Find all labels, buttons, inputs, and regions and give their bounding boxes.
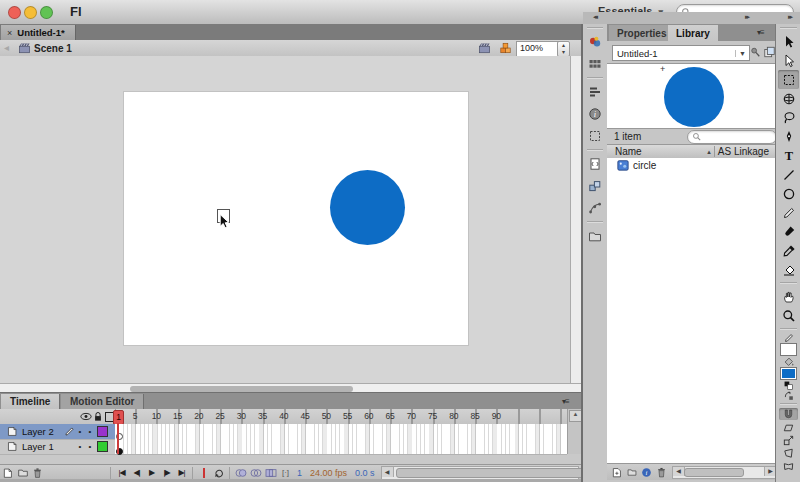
frame-rate-value[interactable]: 24.00 fps xyxy=(310,468,347,478)
library-document-select[interactable]: Untitled-1 ▼ xyxy=(612,45,750,61)
scrollbar-thumb[interactable] xyxy=(130,386,353,392)
collapse-panels-button[interactable]: ▸▸ xyxy=(745,13,748,21)
components-panel-button[interactable] xyxy=(585,176,605,196)
tab-library[interactable]: Library xyxy=(668,25,718,41)
color-panel-button[interactable] xyxy=(585,32,605,52)
brush-tool[interactable] xyxy=(778,222,799,241)
library-item-list[interactable]: circle xyxy=(607,158,775,463)
scroll-left-icon[interactable]: ◀ xyxy=(382,467,394,477)
fill-color-swatch[interactable] xyxy=(780,367,797,380)
layer-lock-dot[interactable]: • xyxy=(85,427,95,436)
free-transform-tool[interactable] xyxy=(778,70,799,89)
layer-outline-color-swatch[interactable] xyxy=(97,426,108,437)
expand-panels-button[interactable]: ◂◂ xyxy=(593,13,596,21)
new-layer-button[interactable] xyxy=(1,467,14,479)
zoom-stepper[interactable]: ▴▾ xyxy=(557,41,570,57)
lock-all-layers-icon[interactable] xyxy=(93,411,103,422)
layer-visibility-dot[interactable]: • xyxy=(75,442,85,451)
column-divider[interactable] xyxy=(714,146,715,157)
align-panel-button[interactable] xyxy=(585,82,605,102)
column-header-name[interactable]: Name xyxy=(615,146,642,157)
edit-symbols-button[interactable] xyxy=(499,42,512,54)
pin-library-icon[interactable] xyxy=(749,46,761,58)
stroke-pencil-icon[interactable] xyxy=(782,333,796,342)
timeline-frame-ruler[interactable]: 51015202530354045505560657075808590 xyxy=(115,409,568,424)
layer-frames-track[interactable] xyxy=(115,439,567,455)
playhead-line[interactable] xyxy=(117,423,119,454)
transform-panel-button[interactable] xyxy=(585,126,605,146)
column-header-as-linkage[interactable]: AS Linkage xyxy=(718,146,769,157)
rotate-skew-option[interactable] xyxy=(779,421,798,433)
info-panel-button[interactable]: i xyxy=(585,104,605,124)
fill-bucket-icon[interactable] xyxy=(782,357,796,366)
edit-scene-button[interactable] xyxy=(478,42,491,54)
motion-presets-panel-button[interactable] xyxy=(585,198,605,218)
tab-timeline[interactable]: Timeline xyxy=(1,394,60,409)
elapsed-time-value[interactable]: 0.0 s xyxy=(355,468,375,478)
stroke-color-swatch[interactable] xyxy=(780,343,797,356)
delete-layer-button[interactable] xyxy=(31,467,44,479)
stage-circle-shape[interactable] xyxy=(330,170,405,245)
snap-to-objects-toggle[interactable] xyxy=(779,408,798,420)
show-hide-all-layers-icon[interactable] xyxy=(80,412,92,421)
document-tab[interactable]: × Untitled-1* xyxy=(1,25,76,40)
text-tool[interactable]: T xyxy=(778,146,799,165)
list-item[interactable]: circle xyxy=(607,158,775,172)
scene-name[interactable]: Scene 1 xyxy=(34,43,72,54)
current-frame-value[interactable]: 1 xyxy=(297,468,302,478)
black-white-chip[interactable] xyxy=(782,381,796,390)
pen-tool[interactable] xyxy=(778,127,799,146)
edit-multiple-frames-button[interactable] xyxy=(264,467,277,479)
layer-outline-color-swatch[interactable] xyxy=(97,441,108,452)
goto-last-frame-button[interactable]: ▶| xyxy=(174,468,189,477)
layer-visibility-dot[interactable]: • xyxy=(75,427,85,436)
distort-option[interactable] xyxy=(779,447,798,459)
onion-skin-outlines-button[interactable] xyxy=(249,467,262,479)
layer-lock-dot[interactable]: • xyxy=(85,442,95,451)
pasteboard[interactable] xyxy=(0,56,570,383)
envelope-option[interactable] xyxy=(779,460,798,472)
scrollbar-thumb[interactable] xyxy=(684,468,744,477)
minimize-window-button[interactable] xyxy=(24,6,37,19)
code-snippets-panel-button[interactable] xyxy=(585,154,605,174)
layer-frames-track[interactable] xyxy=(115,424,567,440)
subselection-tool[interactable] xyxy=(778,51,799,70)
library-column-headers[interactable]: Name ▴ AS Linkage xyxy=(607,144,775,159)
stage-canvas[interactable] xyxy=(123,91,469,346)
collapse-tools-button[interactable]: ▸▸ xyxy=(788,13,791,21)
goto-first-frame-button[interactable]: |◀ xyxy=(114,468,129,477)
center-playhead-button[interactable] xyxy=(197,467,210,479)
layer-row[interactable]: Layer 2 • • xyxy=(0,424,115,440)
step-forward-button[interactable]: |▶ xyxy=(159,468,174,477)
modify-markers-button[interactable]: [·] xyxy=(279,467,292,479)
layer-name[interactable]: Layer 1 xyxy=(22,441,64,452)
eyedropper-tool[interactable] xyxy=(778,241,799,260)
pencil-tool[interactable] xyxy=(778,203,799,222)
zoom-window-button[interactable] xyxy=(40,6,53,19)
oval-tool[interactable] xyxy=(778,184,799,203)
new-folder-button[interactable] xyxy=(625,466,638,478)
swatches-panel-button[interactable] xyxy=(585,54,605,74)
new-symbol-button[interactable] xyxy=(610,466,623,478)
new-folder-button[interactable] xyxy=(16,467,29,479)
loop-playback-button[interactable] xyxy=(212,467,225,479)
scale-option[interactable] xyxy=(779,434,798,446)
scrollbar-thumb[interactable] xyxy=(396,468,608,478)
item-properties-button[interactable]: i xyxy=(640,466,653,478)
timeline-panel-menu-icon[interactable]: ▾≡ xyxy=(562,397,576,407)
zoom-level-input[interactable]: 100% xyxy=(516,41,562,57)
line-tool[interactable] xyxy=(778,165,799,184)
close-window-button[interactable] xyxy=(8,6,21,19)
step-back-button[interactable]: ◀| xyxy=(129,468,144,477)
onion-skin-button[interactable] xyxy=(234,467,247,479)
selection-tool[interactable] xyxy=(778,32,799,51)
swap-colors-chip[interactable] xyxy=(782,391,796,400)
close-document-icon[interactable]: × xyxy=(7,28,12,38)
tab-properties[interactable]: Properties xyxy=(609,25,674,41)
back-arrow-icon[interactable]: ◂ xyxy=(4,42,9,53)
hand-tool[interactable] xyxy=(778,287,799,306)
eraser-tool[interactable] xyxy=(778,260,799,279)
project-panel-button[interactable] xyxy=(585,226,605,246)
zoom-tool[interactable] xyxy=(778,306,799,325)
3d-rotation-tool[interactable] xyxy=(778,89,799,108)
